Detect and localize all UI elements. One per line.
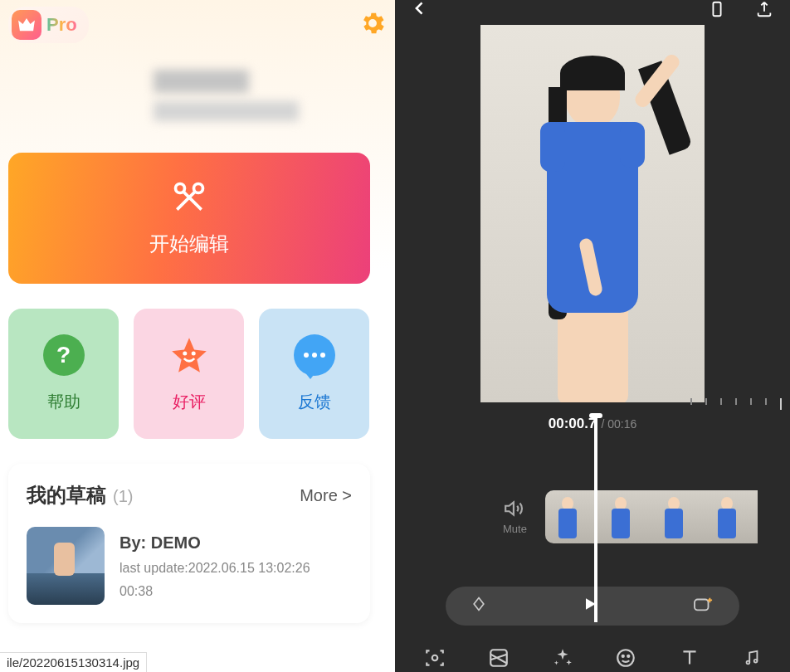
svg-point-3 (191, 351, 195, 355)
start-edit-label: 开始编辑 (149, 231, 229, 257)
draft-info: By: DEMO last update:2022.06.15 13:02:26… (119, 533, 310, 599)
video-preview[interactable] (480, 25, 705, 402)
keyframe-button[interactable] (471, 596, 487, 616)
help-label: 帮助 (47, 391, 80, 413)
feedback-label: 反馈 (298, 391, 331, 413)
filepath-tooltip: ile/20220615130314.jpg (0, 652, 147, 672)
svg-point-12 (753, 660, 757, 663)
svg-point-6 (432, 655, 438, 661)
add-clip-button[interactable] (693, 595, 714, 616)
crown-icon (12, 10, 41, 40)
video-editor: 00:00.7 / 00:16 Mute (395, 0, 790, 672)
clip-frame (705, 490, 758, 543)
pro-label: Pro (46, 14, 77, 36)
clip-strip[interactable] (545, 490, 758, 543)
settings-button[interactable] (358, 9, 387, 41)
draft-thumbnail (27, 527, 105, 605)
action-row: ? 帮助 好评 反馈 (8, 309, 387, 439)
drafts-section: 我的草稿 (1) More > By: DEMO last update:202… (8, 464, 370, 623)
drafts-count: (1) (113, 487, 133, 506)
speaker-icon (504, 498, 525, 519)
svg-rect-5 (695, 600, 709, 611)
draft-item[interactable]: By: DEMO last update:2022.06.15 13:02:26… (27, 527, 352, 605)
timeline-track: Mute (395, 490, 790, 543)
svg-point-2 (183, 351, 187, 355)
pattern-tool[interactable] (488, 647, 510, 672)
export-button[interactable] (755, 0, 773, 22)
text-tool[interactable] (679, 647, 700, 672)
scissors-icon (171, 179, 207, 216)
draft-update-time: last update:2022.06.15 13:02:26 (119, 561, 310, 576)
mute-label: Mute (503, 523, 527, 535)
svg-point-9 (622, 655, 624, 657)
effects-tool[interactable] (552, 647, 573, 672)
playhead[interactable] (594, 415, 597, 622)
toolbar (395, 634, 790, 672)
clip-frame (598, 490, 651, 543)
svg-rect-4 (713, 2, 720, 17)
back-button[interactable] (412, 0, 428, 20)
user-info-blurred (154, 70, 387, 121)
star-icon (168, 334, 210, 376)
draft-duration: 00:38 (119, 584, 310, 599)
help-icon: ? (43, 334, 85, 376)
home-screen: Pro 开始编辑 ? 帮助 好评 反馈 (0, 0, 395, 672)
timeline-ruler (690, 398, 790, 410)
sticker-tool[interactable] (615, 647, 636, 672)
svg-point-10 (627, 655, 629, 657)
home-header: Pro (8, 5, 387, 45)
drafts-more-link[interactable]: More > (300, 486, 352, 505)
time-current: 00:00.7 (549, 416, 597, 432)
rate-button[interactable]: 好评 (134, 309, 244, 439)
aspect-ratio-button[interactable] (708, 0, 726, 22)
scan-tool[interactable] (424, 647, 446, 672)
feedback-button[interactable]: 反馈 (259, 309, 369, 439)
chat-icon (294, 334, 335, 376)
svg-point-8 (618, 650, 635, 666)
pro-badge[interactable]: Pro (8, 7, 89, 43)
clip-frame (651, 490, 705, 543)
time-total: / 00:16 (601, 417, 636, 431)
mute-button[interactable]: Mute (503, 498, 527, 535)
drafts-header: 我的草稿 (1) More > (27, 482, 352, 509)
start-edit-button[interactable]: 开始编辑 (8, 153, 370, 284)
draft-author: By: DEMO (119, 533, 310, 553)
drafts-title: 我的草稿 (27, 482, 106, 509)
playback-controls (446, 587, 739, 626)
svg-point-11 (746, 661, 749, 665)
music-tool[interactable] (743, 647, 761, 672)
editor-header (395, 0, 790, 25)
help-button[interactable]: ? 帮助 (8, 309, 119, 439)
clip-frame (545, 490, 598, 543)
rate-label: 好评 (173, 391, 206, 413)
